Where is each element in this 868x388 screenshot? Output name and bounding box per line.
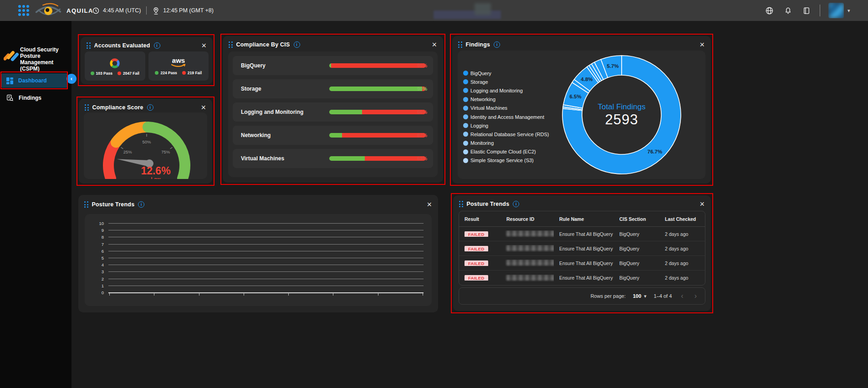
aws-logo: aws [168,56,189,69]
drag-handle-icon[interactable] [84,201,88,208]
drag-handle-icon[interactable] [85,104,89,111]
cis-category-label: Virtual Machines [241,155,284,162]
book-icon [802,6,811,15]
table-body: FAILEDEnsure That All BigQuery T...BigQu… [459,227,705,285]
gridline [108,244,424,245]
cspm-logo-icon [4,47,19,65]
y-axis-tick-label: 1 [92,283,104,288]
table-row[interactable]: FAILEDEnsure That All BigQuery T...BigQu… [459,271,705,285]
legend-item[interactable]: Relational Database Service (RDS) [463,130,549,138]
info-icon[interactable] [513,201,519,207]
close-icon[interactable] [700,201,705,207]
column-header[interactable]: CIS Section [614,216,659,222]
gauge-tick [170,147,173,148]
legend-item[interactable]: Simple Storage Service (S3) [463,156,549,165]
cis-progress-bar[interactable] [329,133,426,138]
donut-slice-label: 4.8% [581,77,592,82]
close-icon[interactable] [201,42,206,49]
gridline [108,271,424,272]
gauge-tick-label: 75% [161,149,170,154]
close-icon[interactable] [201,104,206,111]
compliance-gauge-chart[interactable]: 25%50%75%12.6%Low [84,112,207,179]
column-header[interactable]: Rule Name [554,216,614,222]
rows-per-page-select[interactable]: 100 [633,293,647,299]
gcp-account-tile[interactable]: 103 Pass 2047 Fail [85,51,145,81]
table-row[interactable]: FAILEDEnsure That All BigQuery T...BigQu… [459,227,705,241]
cis-row: Storage96% [233,79,433,98]
language-globe-button[interactable] [765,6,774,15]
sidebar-item-dashboard[interactable]: Dashboard [1,73,68,88]
info-icon[interactable] [494,41,500,48]
sidebar-collapse-button[interactable] [66,74,77,84]
cis-progress-bar[interactable] [329,63,426,68]
notifications-button[interactable] [784,6,792,15]
cis-row: BigQuery98% [233,56,433,75]
table-row[interactable]: FAILEDEnsure That All BigQuery T...BigQu… [459,256,705,271]
location-pin-icon [152,6,160,15]
info-icon[interactable] [154,42,160,49]
bar-fail-segment [365,156,426,161]
aws-account-tile[interactable]: aws 224 Pass 219 Fail [148,51,209,81]
cis-row: Networking87% [233,126,433,145]
posture-trends-table-card: Posture Trends ResultResource IDRule Nam… [453,195,711,311]
legend-label: Logging [470,123,488,128]
drag-handle-icon[interactable] [229,41,233,48]
sidebar-title: Cloud Security Posture Management (CSPM) [20,46,69,72]
y-axis-tick-label: 6 [92,248,104,253]
avatar[interactable] [828,3,844,18]
drag-handle-icon[interactable] [459,201,463,207]
gridline [108,279,424,279]
local-time: 12:45 PM (GMT +8) [163,7,214,14]
cis-percentage: 63% [417,156,427,161]
docs-button[interactable] [802,6,811,15]
column-header[interactable]: Last Checked [659,216,703,222]
table-row[interactable]: FAILEDEnsure That All BigQuery T...BigQu… [459,241,705,256]
posture-trends-line-chart[interactable]: 109876543210 [92,221,425,297]
last-checked-cell: 2 days ago [659,260,703,266]
legend-item[interactable]: Networking [463,95,549,104]
info-icon[interactable] [294,41,300,48]
column-header[interactable]: Result [459,216,501,222]
legend-item[interactable]: Logging and Monitoring [463,86,549,95]
gauge-segment [116,127,145,142]
legend-item[interactable]: BigQuery [463,69,549,77]
legend-label: Storage [470,79,488,85]
drag-handle-icon[interactable] [458,41,462,48]
findings-donut-chart[interactable]: 76.7%6.5%4.8%5.7% [561,54,682,175]
cis-progress-bar[interactable] [329,110,426,114]
legend-item[interactable]: Monitoring [463,139,549,148]
legend-item[interactable]: Storage [463,77,549,86]
account-menu-caret[interactable] [848,8,850,14]
info-icon[interactable] [147,104,153,111]
legend-item[interactable]: Elastic Compute Cloud (EC2) [463,148,549,156]
close-icon[interactable] [432,41,437,48]
close-icon[interactable] [700,41,705,48]
rule-name-cell: Ensure That All BigQuery T... [554,275,614,281]
column-header[interactable]: Resource ID [501,216,554,222]
gridline [108,251,424,251]
legend-label: BigQuery [470,71,491,76]
card-title: Findings [466,41,490,48]
legend-item[interactable]: Identity and Access Management [463,112,549,121]
close-icon[interactable] [427,201,432,208]
rows-per-page-label: Rows per page: [591,293,626,299]
legend-dot [463,88,468,93]
x-axis-tick [244,293,244,296]
legend-item[interactable]: Virtual Machines [463,104,549,112]
cis-category-label: BigQuery [241,62,266,69]
donut-slice-label: 6.5% [569,94,581,99]
card-title: Compliance By CIS [236,41,290,48]
info-icon[interactable] [138,201,144,208]
cis-progress-bar[interactable] [329,156,426,161]
previous-page-button[interactable] [679,292,685,300]
next-page-button[interactable] [693,292,699,300]
clock-icon [92,7,100,15]
sidebar-item-findings[interactable]: Findings [1,91,68,105]
drag-handle-icon[interactable] [87,42,91,49]
legend-item[interactable]: Logging [463,121,549,130]
table-pagination: Rows per page: 100 1–4 of 4 [459,287,705,305]
x-axis-tick [154,293,154,296]
cis-progress-bar[interactable] [329,87,426,91]
legend-dot [463,123,468,128]
app-launcher[interactable] [18,0,29,21]
